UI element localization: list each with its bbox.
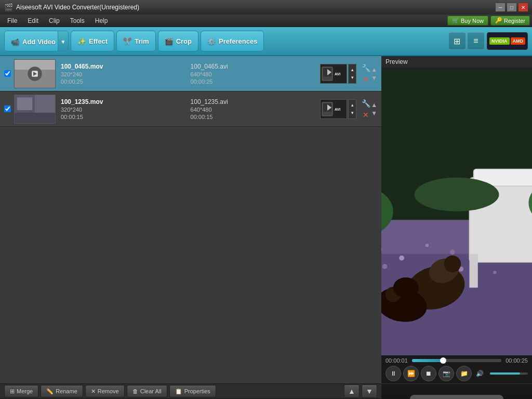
delete-file-1[interactable]: ✕ [361, 74, 371, 85]
time-row: 00:00:01 00:00:25 [385, 357, 528, 364]
screenshot-button[interactable]: 📷 [438, 366, 454, 381]
preferences-button[interactable]: ⚙️ Preferences [201, 31, 264, 51]
volume-bar[interactable] [490, 373, 528, 375]
format-dropdown-1[interactable]: ▲ ▼ [348, 64, 356, 84]
fast-forward-button[interactable]: ⏩ [403, 366, 419, 381]
output-res-1: 640*480 [191, 71, 321, 77]
file-thumbnail-2 [14, 95, 56, 124]
menu-file[interactable]: File [2, 16, 22, 25]
svg-text:AVI: AVI [335, 72, 340, 76]
file-arrows-2: ▲ ▼ [371, 101, 377, 117]
close-button[interactable]: ✕ [518, 3, 528, 11]
main-area: 100_0465.mov 320*240 00:00:25 100_0465.a… [0, 56, 532, 383]
crop-button[interactable]: 🎬 Crop [158, 31, 198, 51]
output-res-2: 640*480 [191, 107, 321, 113]
add-video-dropdown[interactable]: ▼ [58, 31, 68, 51]
crop-icon: 🎬 [165, 37, 173, 45]
left-bottom: ⊞ Merge ✏️ Rename ✕ Remove 🗑 Clear All 📋… [0, 383, 381, 399]
svg-rect-13 [17, 97, 32, 110]
volume-level [490, 373, 520, 375]
bottom-area: ⊞ Merge ✏️ Rename ✕ Remove 🗑 Clear All 📋… [0, 383, 532, 399]
gpu-badges: NVIDIA AMD [487, 32, 528, 50]
file-list: 100_0465.mov 320*240 00:00:25 100_0465.a… [0, 56, 381, 383]
properties-button[interactable]: 📋 Properties [169, 385, 216, 397]
app-title: Aiseesoft AVI Video Converter(Unregister… [16, 4, 139, 11]
effect-button[interactable]: ✨ Effect [71, 31, 114, 51]
bottom-toolbar: ⊞ Merge ✏️ Rename ✕ Remove 🗑 Clear All 📋… [0, 383, 381, 399]
input-filename-2: 100_1235.mov [61, 98, 191, 105]
format-dropdown-2[interactable]: ▲ ▼ [348, 99, 356, 119]
delete-file-2[interactable]: ✕ [361, 110, 371, 120]
preferences-icon: ⚙️ [207, 37, 216, 45]
list-view-button[interactable]: ≡ [467, 32, 485, 50]
svg-point-26 [450, 249, 455, 255]
svg-point-24 [399, 256, 404, 261]
menu-tools[interactable]: Tools [65, 16, 90, 25]
time-start: 00:00:01 [385, 357, 408, 364]
menu-help[interactable]: Help [90, 16, 113, 25]
svg-point-25 [425, 244, 429, 247]
move-down-button[interactable]: ▼ [362, 384, 377, 398]
toolbar: 📹 Add Video ▼ ✨ Effect ✂️ Trim 🎬 Crop ⚙️… [0, 27, 532, 56]
svg-point-43 [444, 256, 461, 273]
convert-section: ↻ Convert [381, 383, 532, 399]
add-video-button[interactable]: 📹 Add Video [5, 31, 58, 51]
format-box-1: AVI [320, 64, 347, 84]
svg-rect-12 [15, 112, 55, 123]
remove-icon: ✕ [91, 388, 96, 395]
clear-all-button[interactable]: 🗑 Clear All [127, 385, 167, 397]
convert-button[interactable]: ↻ Convert [410, 395, 503, 400]
file-checkbox-2[interactable] [4, 105, 11, 112]
clear-all-icon: 🗑 [132, 388, 138, 394]
move-up-2[interactable]: ▲ [371, 101, 377, 109]
file-output-1: 100_0465.avi 640*480 00:00:25 [191, 63, 321, 85]
table-row[interactable]: 100_1235.mov 320*240 00:00:15 100_1235.a… [0, 91, 381, 127]
register-icon: 🔑 [495, 17, 502, 24]
view-toggle: ⊞ ≡ [448, 32, 485, 50]
volume-icon: 🔊 [476, 370, 484, 377]
maximize-button[interactable]: □ [507, 3, 516, 11]
seek-progress [412, 359, 443, 362]
pause-button[interactable]: ⏸ [385, 366, 401, 381]
rename-icon: ✏️ [46, 388, 54, 395]
menu-clip[interactable]: Clip [44, 16, 65, 25]
merge-button[interactable]: ⊞ Merge [4, 385, 38, 397]
move-up-1[interactable]: ▲ [371, 66, 377, 73]
stop-button[interactable]: ⏹ [421, 366, 436, 381]
file-info-2: 100_1235.mov 320*240 00:00:15 [61, 98, 191, 120]
table-row[interactable]: 100_0465.mov 320*240 00:00:25 100_0465.a… [0, 56, 381, 91]
format-selector-2: AVI ▲ ▼ [320, 99, 356, 119]
file-actions-2: 🔧 ✕ [361, 98, 371, 120]
svg-point-49 [415, 178, 499, 211]
svg-point-35 [493, 271, 497, 274]
add-video-group: 📹 Add Video ▼ [4, 31, 69, 51]
edit-file-2[interactable]: 🔧 [361, 98, 371, 109]
menu-edit[interactable]: Edit [22, 16, 44, 25]
remove-button[interactable]: ✕ Remove [85, 385, 125, 397]
folder-button[interactable]: 📁 [456, 366, 472, 381]
file-thumbnail-1 [14, 59, 56, 88]
grid-view-button[interactable]: ⊞ [448, 32, 466, 50]
file-checkbox-1[interactable] [4, 70, 11, 77]
svg-point-46 [393, 277, 419, 298]
output-dur-2: 00:00:15 [191, 114, 321, 120]
file-actions-1: 🔧 ✕ [361, 63, 371, 85]
time-end: 00:00:25 [506, 357, 528, 364]
rename-button[interactable]: ✏️ Rename [41, 385, 83, 397]
trim-button[interactable]: ✂️ Trim [116, 31, 155, 51]
buy-now-button[interactable]: 🛒 Buy Now [447, 16, 488, 25]
move-up-button[interactable]: ▲ [344, 384, 360, 398]
move-down-2[interactable]: ▼ [371, 110, 377, 117]
titlebar: 🎬 Aiseesoft AVI Video Converter(Unregist… [0, 0, 532, 15]
merge-icon: ⊞ [10, 388, 15, 395]
move-down-1[interactable]: ▼ [371, 74, 377, 82]
register-button[interactable]: 🔑 Register [490, 16, 530, 25]
menubar: File Edit Clip Tools Help 🛒 Buy Now 🔑 Re… [0, 15, 532, 27]
edit-file-1[interactable]: 🔧 [361, 63, 371, 73]
file-list-empty [0, 127, 381, 231]
input-res-2: 320*240 [61, 107, 191, 113]
seek-thumb [440, 357, 446, 364]
buy-now-icon: 🛒 [452, 17, 459, 24]
seek-bar[interactable] [412, 359, 501, 362]
minimize-button[interactable]: ─ [496, 3, 505, 11]
